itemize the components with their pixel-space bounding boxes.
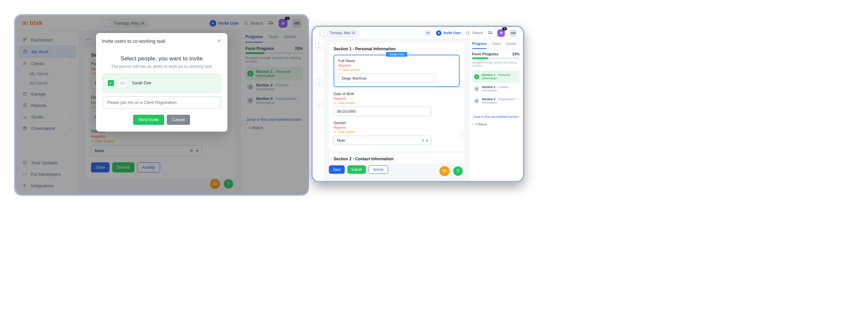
field-label-fullname: Full Name bbox=[338, 59, 455, 63]
plus-icon: + bbox=[436, 30, 441, 36]
fab-comments[interactable] bbox=[439, 166, 450, 176]
person-row[interactable]: ✓ SD Sarah Doe bbox=[103, 74, 221, 92]
collapsed-column: ⌄ ⌄ ⌄ bbox=[313, 39, 325, 181]
person-avatar: SD bbox=[118, 78, 128, 88]
section-2-card: Section 2 - Contact Information bbox=[329, 153, 464, 163]
modal-heading: Select people, you want to invite bbox=[103, 55, 221, 62]
send-invite-button[interactable]: Send Invite bbox=[133, 115, 164, 125]
section-toggle[interactable]: ⌄ bbox=[315, 101, 322, 108]
clear-answer-link[interactable]: ✕ Clear answer bbox=[334, 101, 460, 105]
required-badge: Required bbox=[334, 126, 460, 129]
progress-bar bbox=[472, 57, 520, 59]
app-window-right: ‹ Tuesday, May 14 SD + Invite User Searc… bbox=[311, 26, 524, 182]
section-toggle[interactable]: ⌄ bbox=[315, 79, 322, 86]
section-link-2[interactable]: 2Section 2 - Contact Information bbox=[472, 83, 520, 95]
section-link-3[interactable]: 3Section 3 - Employment Information bbox=[472, 95, 520, 107]
svg-point-18 bbox=[500, 33, 501, 33]
section-link-1[interactable]: 1Section 1 - Personal Information bbox=[472, 71, 520, 83]
person-checkbox[interactable]: ✓ bbox=[108, 80, 114, 86]
field-label-dob: Date of Birth bbox=[334, 92, 460, 96]
modal-subtext: The person will has an ability to work o… bbox=[103, 64, 221, 69]
tab-tasks[interactable]: Tasks bbox=[492, 42, 501, 49]
modal-title: Invite users to co-working task bbox=[102, 38, 165, 44]
date-prev-button[interactable]: ‹ bbox=[320, 30, 327, 36]
clear-answer-link[interactable]: ✕ Clear answer bbox=[338, 68, 455, 72]
submit-button[interactable]: Submit bbox=[347, 165, 366, 174]
activity-button[interactable]: Activity bbox=[369, 165, 388, 174]
panel-resize-handle[interactable]: ↔ bbox=[460, 132, 466, 138]
cancel-button[interactable]: Cancel bbox=[167, 115, 190, 125]
save-button[interactable]: Save bbox=[329, 165, 345, 174]
progress-hint: Navigate through sections by clicking on… bbox=[472, 61, 520, 67]
collapse-button[interactable]: › Collapse bbox=[472, 122, 520, 126]
svg-point-19 bbox=[501, 33, 502, 33]
global-search[interactable]: Search bbox=[465, 31, 483, 35]
svg-rect-20 bbox=[443, 170, 446, 172]
clear-icon[interactable]: ✕ bbox=[422, 139, 424, 142]
person-name: Sarah Doe bbox=[132, 81, 151, 85]
fullname-input[interactable] bbox=[338, 74, 436, 83]
field-highlighted: Sarah Doe Full Name Required ✕ Clear ans… bbox=[334, 55, 460, 87]
section-title: Section 1 - Personal Information bbox=[334, 47, 460, 51]
coworker-tag: Sarah Doe bbox=[386, 52, 407, 57]
clear-answer-link[interactable]: ✕ Clear answer bbox=[334, 130, 460, 134]
section-toggle[interactable]: ⌄ bbox=[315, 43, 322, 50]
invite-modal: Invite users to co-working task ✕ Select… bbox=[96, 33, 227, 132]
jump-link[interactable]: Jump to first uncompleted section bbox=[472, 115, 520, 118]
invite-message-input[interactable] bbox=[103, 97, 221, 109]
invite-user-button[interactable]: + Invite User bbox=[436, 30, 461, 36]
modal-close-button[interactable]: ✕ bbox=[217, 38, 221, 44]
app-window-left: trisk ‹ Tuesday, May 14 + Invite User Se… bbox=[14, 14, 309, 196]
tab-details[interactable]: Details bbox=[506, 42, 517, 49]
date-label: Tuesday, May 14 bbox=[330, 31, 355, 35]
tab-progress[interactable]: Progress bbox=[472, 42, 487, 49]
dob-input[interactable] bbox=[334, 107, 431, 116]
progress-panel: Progress Tasks Details Form Progress33% … bbox=[468, 39, 523, 181]
field-label-gender: Gender bbox=[334, 121, 460, 125]
svg-point-16 bbox=[466, 31, 469, 34]
ai-assistant-icon[interactable]: AI bbox=[497, 29, 505, 37]
chevron-down-icon[interactable]: ▾ bbox=[426, 139, 428, 142]
chat-icon[interactable] bbox=[488, 30, 493, 35]
form-progress-label: Form Progress bbox=[472, 52, 498, 56]
required-badge: Required bbox=[338, 64, 455, 67]
date-selector[interactable]: ‹ Tuesday, May 14 bbox=[319, 28, 360, 38]
form-progress-pct: 33% bbox=[512, 52, 520, 56]
required-badge: Required bbox=[334, 97, 460, 100]
user-avatar[interactable]: MB bbox=[509, 29, 517, 37]
coworker-badge[interactable]: SD bbox=[425, 30, 431, 36]
svg-rect-17 bbox=[500, 32, 502, 34]
fab-help[interactable]: ? bbox=[453, 166, 463, 176]
gender-select[interactable]: Male✕▾ bbox=[334, 136, 431, 145]
